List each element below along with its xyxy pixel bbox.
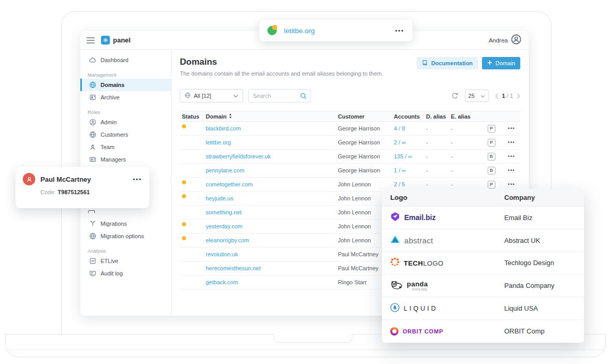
sidebar-item-customers[interactable]: Customers: [80, 128, 171, 141]
sidebar-item-label: Admin: [101, 119, 117, 125]
status-partial-icon: [267, 26, 277, 35]
customer-name: John Lennon: [338, 181, 394, 187]
email-alias-value: -: [451, 181, 480, 187]
sidebar-item-migration-options[interactable]: Migration options: [80, 230, 171, 242]
globe-icon: [184, 92, 191, 99]
table-row: pennylane.com George Harrison 1 / ∞ - - …: [180, 164, 520, 178]
page-current: 1: [502, 93, 505, 99]
sidebar-item-team[interactable]: Team: [80, 141, 171, 153]
company-row[interactable]: LIQUID Liquid USA: [382, 297, 584, 320]
type-badge: P: [488, 139, 495, 147]
page-prev-icon[interactable]: [495, 93, 499, 99]
sidebar-item-domains[interactable]: Domains: [80, 79, 171, 91]
row-actions-icon[interactable]: •••: [508, 126, 515, 131]
domain-alias-value: -: [426, 125, 451, 132]
accounts-link[interactable]: 1 / ∞: [394, 167, 406, 173]
page-next-icon[interactable]: [517, 93, 520, 99]
refresh-icon[interactable]: [451, 92, 459, 99]
sidebar-item-etlive[interactable]: ETLive: [80, 255, 171, 267]
domain-alias-value: -: [426, 139, 451, 145]
sidebar-item-dashboard[interactable]: Dashboard: [80, 54, 171, 66]
domain-link[interactable]: herecomesthesun.net: [206, 265, 261, 271]
email-biz-logo-icon: [390, 212, 400, 224]
domain-link[interactable]: cometogether.com: [206, 181, 253, 187]
split-arrows-icon: [89, 220, 96, 227]
col-header-customer: Customer: [338, 113, 394, 120]
sidebar-item-archive[interactable]: Archive: [80, 91, 171, 104]
card-actions-icon[interactable]: •••: [133, 177, 142, 182]
sidebar-item-managers[interactable]: Managers: [80, 153, 171, 166]
row-actions-icon[interactable]: •••: [508, 168, 515, 173]
domain-link[interactable]: something.net: [206, 209, 241, 215]
user-name: Andrea: [489, 37, 508, 43]
abstract-logo-icon: [390, 235, 400, 246]
page-title: Domains: [180, 57, 383, 67]
sidebar-item-audit-log[interactable]: Audit log: [80, 267, 171, 280]
row-actions-icon[interactable]: •••: [508, 182, 515, 187]
page-size-select[interactable]: 25: [465, 90, 489, 102]
chevron-down-icon: [233, 93, 238, 99]
domain-link[interactable]: letitbe.org: [206, 139, 231, 145]
add-domain-button[interactable]: Domain: [482, 57, 520, 69]
code-value: T987512561: [58, 189, 90, 195]
documentation-button[interactable]: Documentation: [417, 57, 478, 69]
pagination: 1 / 1: [495, 93, 520, 99]
sidebar-item-label: ETLive: [101, 258, 118, 264]
domain-link[interactable]: blackbird.com: [206, 125, 241, 132]
company-name: Abstract UK: [504, 237, 584, 244]
company-row[interactable]: Email.biz Email Biz: [382, 207, 584, 229]
sidebar-item-label: Archive: [101, 94, 120, 100]
sidebar-item-label: Audit log: [101, 270, 123, 276]
app-name: panel: [113, 36, 131, 44]
company-row[interactable]: ORBIT COMP ORBIT Comp: [382, 320, 584, 343]
sidebar-item-label: Dashboard: [101, 57, 129, 63]
toast-domain-link[interactable]: letitbe.org: [284, 27, 315, 35]
company-row[interactable]: pandafunny lazy Panda Company: [382, 274, 584, 297]
search-icon[interactable]: [300, 92, 307, 101]
sidebar-item-migrations[interactable]: Migrations: [80, 217, 171, 230]
accounts-link[interactable]: 4 / 8: [394, 125, 405, 132]
col-header-accounts: Accounts: [394, 113, 426, 120]
techlogo-logo-icon: [390, 257, 400, 269]
customer-avatar-icon: [23, 173, 35, 185]
sidebar-item-admin[interactable]: Admin: [80, 116, 171, 128]
accounts-link[interactable]: 2 / ∞: [394, 139, 406, 145]
row-actions-icon[interactable]: •••: [508, 154, 515, 159]
chart-square-icon: [89, 257, 96, 265]
toast-actions-icon[interactable]: •••: [395, 28, 404, 34]
customer-card-name: Paul McCartney: [40, 176, 91, 183]
accounts-link[interactable]: 2 / 5: [394, 181, 405, 187]
panda-logo-icon: [390, 280, 403, 292]
orbit-logo-icon: [390, 327, 399, 336]
cloud-icon: [89, 56, 96, 64]
email-alias-value: -: [451, 153, 480, 159]
domain-filter-dropdown[interactable]: All [12]: [180, 89, 243, 103]
row-actions-icon[interactable]: •••: [508, 140, 515, 145]
domain-link[interactable]: pennylane.com: [206, 167, 245, 173]
company-row[interactable]: TECHLOGO Techlogo Design: [382, 252, 584, 275]
domain-link[interactable]: revolution.uk: [206, 251, 238, 257]
company-name: Email Biz: [504, 214, 584, 222]
table-row: letitbe.org George Harrison 2 / ∞ - - P …: [180, 136, 520, 150]
accounts-link[interactable]: 135 / ∞: [394, 153, 412, 159]
col-header-domain-sort[interactable]: Domain: [206, 113, 338, 120]
user-menu[interactable]: Andrea: [489, 34, 521, 47]
email-alias-value: -: [451, 139, 480, 145]
user-avatar-icon: [511, 34, 521, 47]
globe-icon: [89, 131, 96, 138]
col-header-status: Status: [180, 113, 206, 120]
page-description: The domains contain all the email accoun…: [180, 70, 383, 77]
sidebar-item-label: Migration options: [101, 233, 144, 239]
globe-icon: [89, 81, 96, 89]
type-badge: B: [488, 153, 495, 161]
filter-value: All [12]: [194, 93, 230, 99]
domain-alias-value: -: [426, 167, 451, 173]
domain-link[interactable]: getback.com: [206, 279, 238, 285]
menu-icon[interactable]: [87, 37, 95, 43]
domain-link[interactable]: strawberryfieldsforever.uk: [206, 153, 271, 159]
domain-link[interactable]: yesterday.com: [206, 223, 243, 229]
domain-link[interactable]: heyjude.us: [206, 195, 233, 201]
domain-link[interactable]: eleanorrigby.com: [206, 237, 249, 243]
liquid-logo-icon: [390, 303, 400, 314]
company-row[interactable]: abstract Abstract UK: [382, 229, 584, 252]
